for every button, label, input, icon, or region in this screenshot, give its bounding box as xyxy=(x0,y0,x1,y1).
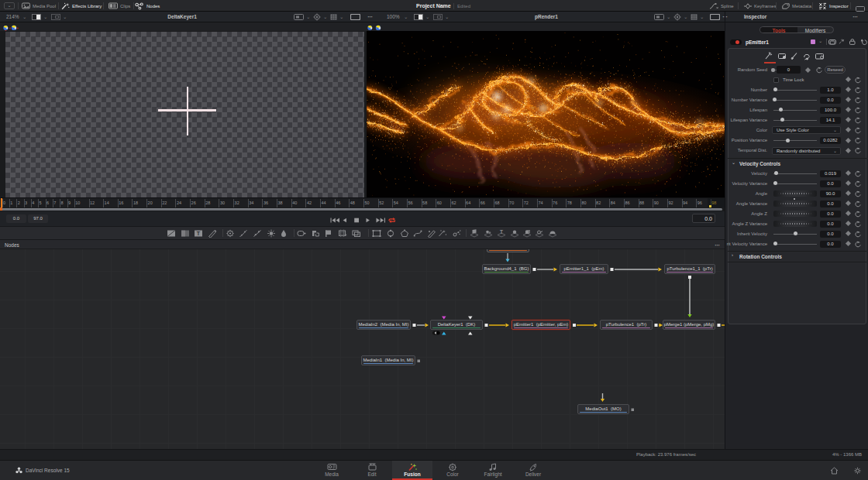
svg-text:T: T xyxy=(197,231,201,236)
svg-text:T: T xyxy=(500,229,503,235)
